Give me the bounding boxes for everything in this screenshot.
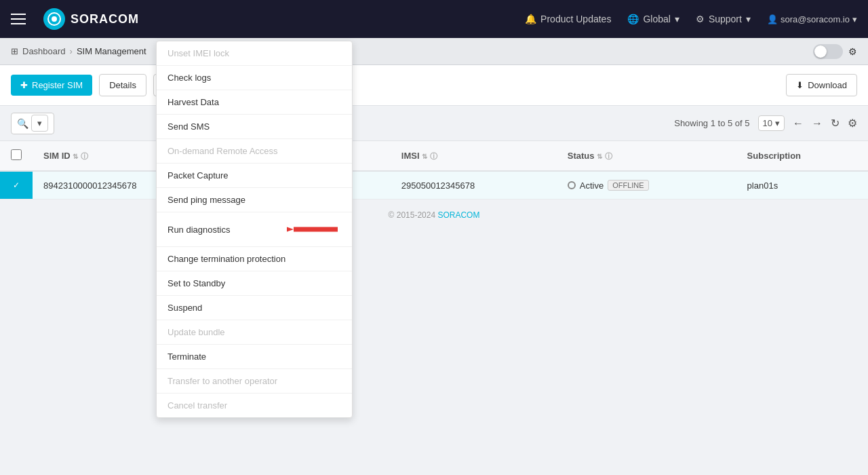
dropdown-item-label: Send ping message <box>167 195 245 205</box>
home-icon: ⊞ <box>11 46 18 56</box>
breadcrumb-sep: › <box>70 46 73 56</box>
plus-icon: ✚ <box>20 80 28 90</box>
user-menu[interactable]: 👤 sora@soracom.io ▾ <box>767 14 857 24</box>
chevron-down-icon: ▾ <box>675 14 679 24</box>
status-info[interactable]: ⓘ <box>605 152 612 160</box>
imsi-header: IMSI ⇅ ⓘ <box>391 141 557 171</box>
breadcrumb-right: ⚙ <box>813 44 857 59</box>
download-label: Download <box>808 80 847 90</box>
logo: SORACOM <box>43 8 139 30</box>
dropdown-item-label: On-demand Remote Access <box>167 146 278 156</box>
subscription-header: Subscription <box>736 141 868 171</box>
register-sim-button[interactable]: ✚ Register SIM <box>11 75 92 96</box>
sim-id-value: 8942310000012345678 <box>43 180 136 191</box>
filter-bar: 🔍 ▾ Showing 1 to 5 of 5 10 ▾ ← → ↻ ⚙ <box>0 106 868 141</box>
global-label: Global <box>643 14 670 24</box>
navbar: SORACOM 🔔 Product Updates 🌐 Global ▾ ⚙ S… <box>0 0 868 38</box>
imsi-value: 295050012345678 <box>401 180 475 191</box>
support-icon: ⚙ <box>696 14 705 24</box>
chevron-down-icon-user: ▾ <box>852 14 857 24</box>
dropdown-item-label: Harvest Data <box>167 97 219 107</box>
toggle-button[interactable] <box>813 44 843 59</box>
status-sort[interactable]: ⇅ <box>597 153 602 160</box>
next-page-button[interactable]: → <box>812 117 823 130</box>
dropdown-item-ping[interactable]: Send ping message <box>157 188 352 212</box>
dropdown-item-unset-imei[interactable]: Unset IMEI lock <box>157 41 352 66</box>
sim-id-info[interactable]: ⓘ <box>81 152 88 160</box>
support-nav[interactable]: ⚙ Support ▾ <box>696 14 751 24</box>
refresh-button[interactable]: ↻ <box>831 117 840 130</box>
select-all-header[interactable] <box>0 141 33 171</box>
search-icon: 🔍 <box>17 118 28 129</box>
action-bar: ✚ Register SIM Details Actions ▾ ⬇ Downl… <box>0 65 868 106</box>
per-page-select[interactable]: 10 ▾ <box>758 115 785 131</box>
sim-table-container: SIM ID ⇅ ⓘ ⇅ ⓘ IMSI ⇅ ⓘ Status ⇅ ⓘ <box>0 141 868 200</box>
status-value: Active OFFLINE <box>568 180 726 191</box>
row-checkbox-checked[interactable]: ✓ <box>11 180 22 191</box>
sim-table: SIM ID ⇅ ⓘ ⇅ ⓘ IMSI ⇅ ⓘ Status ⇅ ⓘ <box>0 141 868 200</box>
user-icon: 👤 <box>767 14 778 24</box>
per-page-value: 10 <box>763 118 772 128</box>
subscription-value: plan01s <box>747 180 778 191</box>
dropdown-item-send-sms[interactable]: Send SMS <box>157 115 352 139</box>
footer: © 2015-2024 SORACOM <box>0 200 868 231</box>
chevron-down-icon-support: ▾ <box>746 14 751 24</box>
imsi-cell: 295050012345678 <box>391 171 557 200</box>
settings-icon-table[interactable]: ⚙ <box>848 117 857 130</box>
footer-copyright: © 2015-2024 <box>389 210 436 220</box>
arrow-diagnostics <box>287 219 341 231</box>
global-nav[interactable]: 🌐 Global ▾ <box>627 14 679 24</box>
sim-id-sort[interactable]: ⇅ <box>73 153 78 160</box>
support-label: Support <box>709 14 742 24</box>
bell-icon: 🔔 <box>525 14 536 24</box>
dropdown-item-remote-access: On-demand Remote Access <box>157 139 352 164</box>
status-cell: Active OFFLINE <box>557 171 736 200</box>
status-active-text: Active <box>580 180 604 191</box>
search-wrap: 🔍 ▾ <box>11 113 54 134</box>
status-dot <box>568 181 576 189</box>
table-row: ✓ 8942310000012345678 10000012345678 295… <box>0 171 868 200</box>
breadcrumb: ⊞ Dashboard › SIM Management <box>11 46 146 56</box>
breadcrumb-home[interactable]: Dashboard <box>22 46 66 56</box>
dropdown-item-label: Packet Capture <box>167 170 229 180</box>
row-checkbox-cell[interactable]: ✓ <box>0 171 33 200</box>
details-button[interactable]: Details <box>99 74 146 96</box>
dropdown-item-label: Check logs <box>167 73 211 83</box>
dropdown-item-diagnostics[interactable]: Run diagnostics <box>157 212 352 231</box>
imsi-info[interactable]: ⓘ <box>430 152 437 160</box>
offline-badge: OFFLINE <box>608 180 648 191</box>
settings-icon-breadcrumb: ⚙ <box>848 46 857 57</box>
pagination-info: Showing 1 to 5 of 5 10 ▾ ← → ↻ ⚙ <box>674 115 857 131</box>
dropdown-item-label: Send SMS <box>167 121 210 132</box>
breadcrumb-current: SIM Management <box>77 46 146 56</box>
imsi-sort[interactable]: ⇅ <box>422 153 427 160</box>
hamburger-menu[interactable] <box>11 7 35 31</box>
select-all-checkbox[interactable] <box>11 149 22 160</box>
prev-page-button[interactable]: ← <box>793 117 804 130</box>
breadcrumb-bar: ⊞ Dashboard › SIM Management ⚙ <box>0 38 868 65</box>
logo-text: SORACOM <box>71 12 139 26</box>
status-header: Status ⇅ ⓘ <box>557 141 736 171</box>
dropdown-item-label: Run diagnostics <box>167 225 231 231</box>
download-icon: ⬇ <box>796 80 804 90</box>
svg-point-1 <box>52 16 57 22</box>
product-updates-label: Product Updates <box>540 14 611 24</box>
dropdown-item-label: Unset IMEI lock <box>167 48 229 58</box>
dropdown-item-packet-capture[interactable]: Packet Capture <box>157 164 352 188</box>
dropdown-item-check-logs[interactable]: Check logs <box>157 66 352 90</box>
logo-icon <box>43 8 65 30</box>
navbar-center: 🔔 Product Updates 🌐 Global ▾ ⚙ Support ▾ <box>525 14 751 24</box>
globe-icon: 🌐 <box>627 14 639 24</box>
filter-dropdown-button[interactable]: ▾ <box>31 115 48 132</box>
dropdown-item-harvest[interactable]: Harvest Data <box>157 90 352 115</box>
table-header-row: SIM ID ⇅ ⓘ ⇅ ⓘ IMSI ⇅ ⓘ Status ⇅ ⓘ <box>0 141 868 171</box>
details-label: Details <box>109 80 136 90</box>
subscription-cell: plan01s <box>736 171 868 200</box>
register-sim-label: Register SIM <box>32 80 83 90</box>
actions-dropdown-menu: Unset IMEI lock Check logs Harvest Data … <box>156 41 353 231</box>
download-button[interactable]: ⬇ Download <box>786 74 857 96</box>
product-updates-nav[interactable]: 🔔 Product Updates <box>525 14 611 24</box>
user-label: sora@soracom.io <box>781 14 850 24</box>
footer-brand[interactable]: SORACOM <box>437 210 479 220</box>
pagination-text: Showing 1 to 5 of 5 <box>674 118 749 128</box>
